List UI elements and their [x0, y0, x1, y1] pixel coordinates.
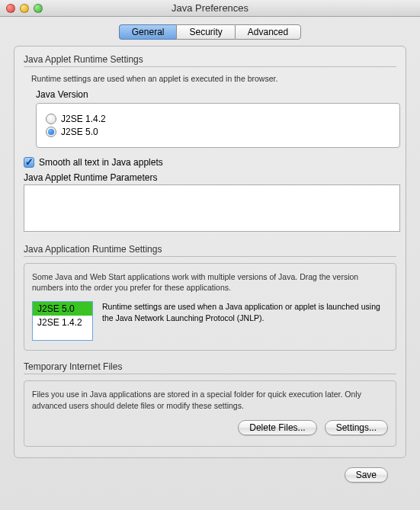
checkbox-label: Smooth all text in Java applets	[39, 157, 163, 168]
window-title: Java Preferences	[0, 2, 420, 14]
temp-title: Temporary Internet Files	[24, 361, 396, 372]
java-version-box: J2SE 1.4.2 J2SE 5.0	[36, 103, 400, 148]
version-row: J2SE 5.0 J2SE 1.4.2 Runtime settings are…	[32, 301, 388, 341]
general-panel: Java Applet Runtime Settings Runtime set…	[14, 46, 406, 458]
footer: Save	[14, 458, 406, 483]
divider	[24, 66, 396, 67]
list-item[interactable]: J2SE 1.4.2	[33, 316, 92, 329]
temp-button-row: Delete Files... Settings...	[32, 420, 388, 435]
temp-desc: Files you use in Java applications are s…	[32, 389, 388, 411]
radio-icon	[46, 127, 56, 137]
tab-security[interactable]: Security	[176, 24, 234, 40]
delete-files-button[interactable]: Delete Files...	[238, 420, 316, 435]
version-list[interactable]: J2SE 5.0 J2SE 1.4.2	[32, 301, 93, 341]
tab-general[interactable]: General	[119, 24, 177, 40]
applet-section: Java Applet Runtime Settings Runtime set…	[24, 54, 396, 233]
app-runtime-title: Java Application Runtime Settings	[24, 244, 396, 255]
divider	[24, 256, 396, 257]
radio-icon	[46, 114, 56, 124]
tab-advanced[interactable]: Advanced	[235, 24, 301, 40]
applet-title: Java Applet Runtime Settings	[24, 54, 396, 65]
applet-desc: Runtime settings are used when an applet…	[31, 73, 396, 85]
app-runtime-box: Some Java and Web Start applications wor…	[24, 263, 396, 351]
radio-j2se142[interactable]: J2SE 1.4.2	[46, 114, 390, 124]
checkmark-icon	[24, 157, 34, 168]
radio-j2se50[interactable]: J2SE 5.0	[46, 127, 390, 137]
settings-button[interactable]: Settings...	[325, 420, 388, 435]
list-item[interactable]: J2SE 5.0	[33, 302, 92, 316]
radio-label: J2SE 1.4.2	[61, 114, 106, 124]
params-label: Java Applet Runtime Parameters	[24, 172, 396, 183]
app-runtime-desc: Some Java and Web Start applications wor…	[32, 271, 388, 293]
divider	[24, 374, 396, 374]
smooth-text-checkbox[interactable]: Smooth all text in Java applets	[24, 157, 396, 168]
save-button[interactable]: Save	[345, 467, 388, 483]
tabs: General Security Advanced	[14, 24, 406, 40]
content: General Security Advanced Java Applet Ru…	[0, 17, 420, 483]
temp-section: Temporary Internet Files Files you use i…	[24, 361, 396, 447]
java-version-label: Java Version	[36, 89, 396, 100]
params-input[interactable]	[24, 184, 400, 232]
radio-label: J2SE 5.0	[61, 127, 98, 137]
temp-box: Files you use in Java applications are s…	[24, 380, 396, 447]
version-side-desc: Runtime settings are used when a Java ap…	[102, 301, 388, 323]
titlebar: Java Preferences	[0, 0, 420, 17]
app-runtime-section: Java Application Runtime Settings Some J…	[24, 244, 396, 351]
